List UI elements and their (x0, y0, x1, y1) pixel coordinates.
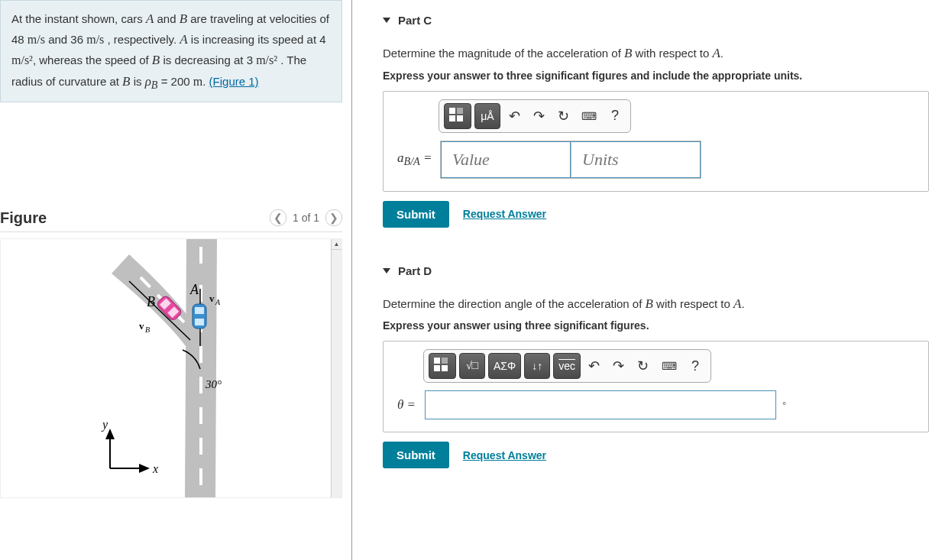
figure-link[interactable]: (Figure 1) (209, 75, 259, 88)
part-d-hint: Express your answer using three signific… (383, 319, 929, 332)
svg-text:v: v (139, 320, 144, 332)
unit: m/s² (11, 53, 33, 66)
templates-icon[interactable] (444, 103, 471, 129)
reset-icon[interactable]: ↻ (552, 103, 574, 129)
part-d-header[interactable]: Part D (383, 258, 929, 283)
part-d-toolbar: √□ ΑΣΦ ↓↑ vec ↶ ↷ ↻ ⌨ ? (423, 349, 711, 383)
part-c-hint: Express your answer to three significant… (383, 70, 929, 82)
part-c-input-row: aB/A = (397, 141, 919, 179)
reset-icon[interactable]: ↻ (633, 353, 654, 379)
svg-text:v: v (209, 293, 215, 304)
unit: m/s (86, 33, 104, 46)
part-c-variable: aB/A = (397, 151, 434, 168)
part-d-block: Part D Determine the direction angle of … (383, 258, 929, 469)
scrollbar[interactable] (331, 250, 341, 497)
text: is (130, 75, 144, 88)
part-d-actions: Submit Request Answer (383, 442, 929, 468)
text: and (154, 12, 179, 25)
keyboard-icon[interactable]: ⌨ (577, 103, 601, 129)
text: is decreasing at 3 (160, 53, 256, 66)
figure-illustration: 30° A v A (57, 239, 286, 498)
unit: m/s² (256, 53, 277, 66)
redo-icon[interactable]: ↷ (528, 103, 549, 129)
units-input[interactable] (571, 141, 701, 178)
next-figure-button[interactable]: ❯ (325, 209, 342, 226)
part-c-block: Part C Determine the magnitude of the ac… (383, 8, 929, 228)
var-B: B (122, 74, 130, 89)
greek-button[interactable]: ΑΣΦ (488, 353, 521, 379)
var-A: A (180, 32, 187, 47)
part-c-title: Part C (398, 14, 432, 27)
submit-button[interactable]: Submit (383, 442, 449, 468)
pager-label: 1 of 1 (293, 212, 319, 224)
var-rho: ρB (145, 74, 158, 89)
svg-text:A: A (215, 298, 221, 306)
part-d-title: Part D (398, 264, 432, 277)
part-c-question: Determine the magnitude of the accelerat… (383, 44, 929, 63)
undo-icon[interactable]: ↶ (584, 353, 605, 379)
part-d-answer-box: √□ ΑΣΦ ↓↑ vec ↶ ↷ ↻ ⌨ ? θ = ° (383, 341, 929, 432)
prev-figure-button[interactable]: ❮ (270, 209, 286, 226)
var-B: B (180, 11, 187, 26)
text: , respectively. (104, 33, 180, 46)
figure-title: Figure (0, 209, 47, 227)
keyboard-icon[interactable]: ⌨ (657, 353, 681, 379)
undo-icon[interactable]: ↶ (503, 103, 525, 129)
part-d-input-row: θ = ° (397, 390, 919, 419)
right-pane: Part C Determine the magnitude of the ac… (351, 0, 929, 560)
svg-text:30°: 30° (205, 378, 222, 390)
redo-icon[interactable]: ↷ (608, 353, 630, 379)
radical-icon[interactable]: √□ (459, 353, 485, 379)
figure-header: Figure ❮ 1 of 1 ❯ (0, 209, 342, 232)
figure-pager: ❮ 1 of 1 ❯ (270, 209, 342, 226)
value-input[interactable] (441, 141, 571, 178)
part-c-answer-box: μÅ ↶ ↷ ↻ ⌨ ? aB/A = (383, 91, 929, 192)
scroll-up-icon[interactable]: ▲ (331, 239, 341, 250)
part-c-header[interactable]: Part C (383, 8, 929, 33)
text: At the instant shown, cars (11, 12, 146, 25)
text: and 36 (45, 33, 86, 46)
subscript-icon[interactable]: ↓↑ (524, 353, 550, 379)
svg-text:B: B (145, 325, 150, 334)
special-chars-button[interactable]: μÅ (474, 103, 500, 129)
figure-container: ▲ 30° (0, 238, 342, 498)
help-icon[interactable]: ? (604, 103, 626, 129)
text: , whereas the speed of (33, 53, 152, 66)
part-d-question: Determine the direction angle of the acc… (383, 294, 929, 314)
svg-rect-8 (195, 319, 204, 325)
left-pane: At the instant shown, cars A and B are t… (0, 0, 351, 560)
svg-text:B: B (147, 294, 155, 309)
part-c-toolbar: μÅ ↶ ↷ ↻ ⌨ ? (439, 99, 631, 133)
svg-text:y: y (101, 418, 108, 432)
figure-section: Figure ❮ 1 of 1 ❯ ▲ 30° (0, 209, 342, 498)
problem-statement: At the instant shown, cars A and B are t… (0, 0, 342, 102)
unit: m (193, 75, 202, 88)
var-A: A (146, 11, 154, 26)
svg-text:x: x (152, 462, 158, 475)
templates-icon[interactable] (429, 353, 456, 379)
request-answer-link[interactable]: Request Answer (463, 449, 546, 461)
part-d-variable: θ = (397, 397, 419, 413)
help-icon[interactable]: ? (685, 353, 706, 379)
caret-down-icon (383, 268, 390, 274)
vector-button[interactable]: vec (553, 353, 581, 379)
text: = 200 (157, 75, 193, 88)
svg-rect-7 (195, 307, 204, 314)
degree-suffix: ° (782, 400, 786, 411)
submit-button[interactable]: Submit (383, 201, 449, 228)
caret-down-icon (383, 18, 390, 23)
svg-text:A: A (189, 282, 199, 297)
part-c-actions: Submit Request Answer (383, 201, 929, 228)
theta-input[interactable] (425, 390, 776, 419)
unit: m/s (28, 33, 45, 46)
text: . (202, 75, 209, 88)
text: is increasing its speed at 4 (188, 33, 326, 46)
var-B: B (152, 53, 160, 67)
request-answer-link[interactable]: Request Answer (463, 208, 546, 220)
